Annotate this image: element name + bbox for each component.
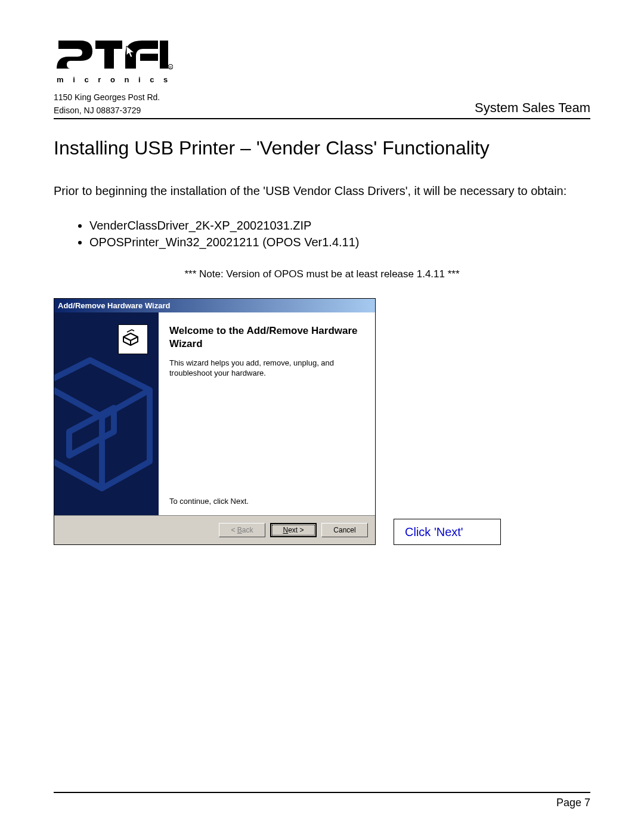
file-list: VenderClassDriver_2K-XP_20021031.ZIP OPO… (89, 217, 590, 250)
wizard-window: Add/Remove Hardware Wizard (54, 298, 376, 545)
intro-paragraph: Prior to beginning the installation of t… (54, 183, 590, 199)
back-button: < Back (219, 523, 265, 537)
wizard-continue-text: To continue, click Next. (169, 497, 364, 509)
svg-text:m i c r o n i c s: m i c r o n i c s (57, 75, 171, 84)
svg-text:R: R (169, 66, 172, 69)
svg-rect-2 (140, 54, 158, 61)
wizard-heading: Welcome to the Add/Remove Hardware Wizar… (169, 324, 364, 350)
page-footer: Page 7 (54, 792, 590, 809)
list-item: OPOSPrinter_Win32_20021211 (OPOS Ver1.4.… (89, 234, 590, 250)
logo-block: R m i c r o n i c s 1150 King Georges Po… (54, 36, 173, 116)
hardware-icon (118, 324, 148, 354)
wizard-button-bar: < Back Next > Cancel (54, 515, 375, 544)
page-title: Installing USB Printer – 'Vender Class' … (54, 137, 590, 159)
cancel-button[interactable]: Cancel (321, 523, 368, 537)
address-line-2: Edison, NJ 08837-3729 (54, 105, 173, 116)
instruction-callout: Click 'Next' (394, 519, 501, 545)
star-micronics-logo: R m i c r o n i c s (54, 36, 173, 89)
team-label: System Sales Team (475, 100, 590, 116)
address-line-1: 1150 King Georges Post Rd. (54, 92, 173, 103)
svg-rect-1 (104, 41, 114, 69)
wizard-titlebar: Add/Remove Hardware Wizard (54, 299, 375, 312)
svg-rect-3 (160, 41, 168, 69)
list-item: VenderClassDriver_2K-XP_20021031.ZIP (89, 217, 590, 234)
note-line: *** Note: Version of OPOS must be at lea… (54, 268, 590, 280)
wizard-description: This wizard helps you add, remove, unplu… (169, 358, 364, 379)
page-header: R m i c r o n i c s 1150 King Georges Po… (54, 36, 590, 119)
wizard-sidebar (54, 312, 159, 515)
next-button[interactable]: Next > (270, 523, 317, 537)
